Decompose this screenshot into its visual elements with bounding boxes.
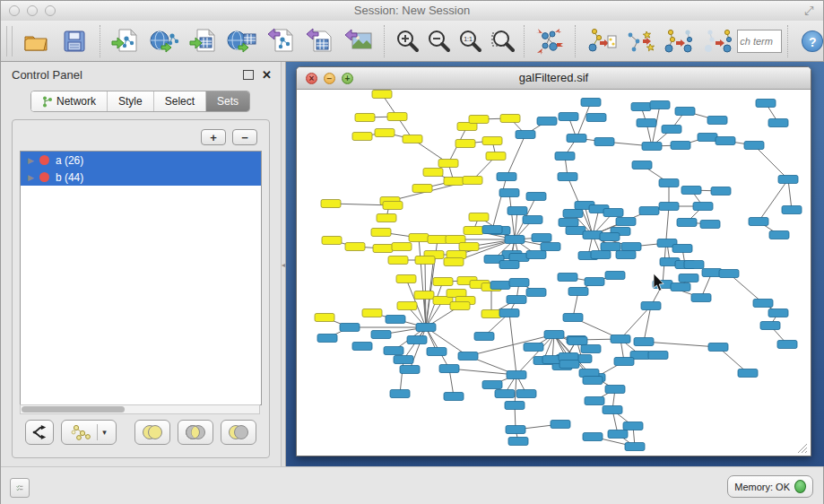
graph-node[interactable] (433, 278, 453, 286)
task-monitor-button[interactable] (10, 478, 30, 498)
intersection-sets-button[interactable] (178, 420, 213, 445)
graph-node[interactable] (555, 152, 575, 161)
expander-icon[interactable]: ▶ (28, 173, 34, 182)
remove-set-button[interactable]: − (232, 129, 257, 145)
graph-node[interactable] (738, 369, 758, 378)
graph-node[interactable] (637, 119, 656, 127)
graph-node[interactable] (591, 251, 611, 259)
graph-node[interactable] (684, 261, 704, 269)
graph-node[interactable] (614, 358, 634, 366)
graph-node[interactable] (583, 433, 603, 441)
graph-node[interactable] (659, 203, 679, 211)
graph-node[interactable] (551, 421, 570, 429)
graph-node[interactable] (392, 243, 412, 251)
graph-node[interactable] (586, 114, 606, 122)
graph-node[interactable] (400, 366, 420, 374)
graph-node[interactable] (777, 341, 797, 349)
graph-edge[interactable] (492, 177, 507, 230)
graph-node[interactable] (541, 243, 560, 251)
graph-node[interactable] (642, 143, 662, 151)
graph-edge[interactable] (620, 306, 651, 339)
graph-node[interactable] (355, 114, 375, 122)
apply-layout-button[interactable] (532, 23, 568, 59)
graph-edge[interactable] (729, 274, 763, 303)
graph-edge[interactable] (754, 145, 788, 179)
minimize-network-button[interactable]: − (324, 73, 335, 84)
graph-node[interactable] (516, 131, 535, 139)
graph-node[interactable] (585, 278, 604, 286)
graph-node[interactable] (559, 219, 578, 227)
graph-node[interactable] (691, 294, 711, 302)
graph-node[interactable] (469, 213, 489, 222)
graph-node[interactable] (753, 300, 773, 308)
graph-node[interactable] (482, 226, 502, 234)
graph-node[interactable] (526, 251, 546, 259)
graph-node[interactable] (537, 117, 557, 126)
graph-node[interactable] (428, 236, 447, 244)
graph-node[interactable] (749, 218, 768, 226)
graph-node[interactable] (567, 135, 586, 143)
graph-node[interactable] (509, 279, 529, 287)
graph-node[interactable] (464, 227, 483, 235)
graph-node[interactable] (322, 237, 342, 245)
export-table-button[interactable] (301, 23, 338, 59)
select-first-neighbors-button[interactable] (621, 23, 658, 59)
graph-node[interactable] (583, 377, 603, 385)
graph-node[interactable] (744, 142, 764, 150)
graph-edge[interactable] (515, 375, 516, 405)
add-set-button[interactable]: + (201, 129, 226, 145)
graph-node[interactable] (469, 116, 489, 124)
graph-node[interactable] (707, 117, 727, 125)
tab-select[interactable]: Select (154, 91, 206, 111)
import-network-web-button[interactable] (146, 23, 183, 59)
expander-icon[interactable]: ▶ (28, 156, 34, 165)
graph-node[interactable] (444, 393, 464, 401)
graph-node[interactable] (526, 193, 546, 201)
graph-node[interactable] (371, 331, 391, 339)
graph-node[interactable] (450, 302, 470, 310)
graph-node[interactable] (386, 316, 405, 324)
create-set-from-network-button[interactable]: ▾ (61, 420, 117, 445)
graph-node[interactable] (616, 251, 636, 259)
import-table-file-button[interactable] (185, 23, 221, 59)
graph-node[interactable] (497, 173, 516, 181)
graph-node[interactable] (611, 335, 630, 343)
graph-node[interactable] (384, 347, 403, 355)
graph-node[interactable] (693, 203, 713, 211)
zoom-out-button[interactable] (423, 23, 453, 59)
graph-node[interactable] (505, 402, 525, 410)
graph-node[interactable] (558, 274, 577, 282)
graph-node[interactable] (608, 430, 628, 439)
memory-status-button[interactable]: Memory: OK (727, 475, 813, 498)
graph-node[interactable] (377, 214, 396, 222)
hide-selected-button[interactable] (661, 23, 698, 59)
graph-edge[interactable] (400, 360, 403, 394)
graph-node[interactable] (648, 352, 668, 360)
export-image-button[interactable] (341, 23, 377, 59)
graph-node[interactable] (481, 310, 501, 318)
graph-node[interactable] (414, 291, 434, 300)
network-from-selection-button[interactable] (583, 23, 620, 59)
graph-edge[interactable] (759, 179, 788, 222)
graph-node[interactable] (558, 173, 577, 181)
graph-node[interactable] (639, 207, 659, 215)
import-network-file-button[interactable] (108, 23, 144, 59)
graph-node[interactable] (568, 337, 587, 345)
graph-node[interactable] (768, 119, 788, 127)
set-row-b[interactable]: ▶ b (44) (21, 169, 261, 186)
graph-node[interactable] (659, 179, 679, 187)
graph-node[interactable] (490, 282, 510, 290)
graph-node[interactable] (455, 140, 475, 148)
graph-node[interactable] (769, 231, 789, 239)
graph-node[interactable] (544, 331, 564, 339)
graph-node[interactable] (623, 422, 643, 430)
graph-node[interactable] (632, 161, 652, 169)
graph-node[interactable] (768, 309, 788, 317)
graph-node[interactable] (352, 133, 372, 141)
difference-sets-button[interactable] (221, 420, 256, 445)
graph-node[interactable] (778, 176, 798, 184)
graph-node[interactable] (681, 187, 701, 195)
graph-node[interactable] (559, 361, 579, 369)
graph-node[interactable] (407, 336, 427, 344)
dropdown-caret-icon[interactable]: ▾ (102, 428, 107, 437)
